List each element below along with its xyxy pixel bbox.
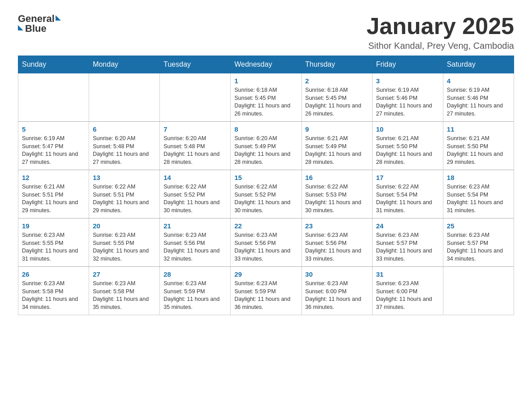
table-row: 24Sunrise: 6:23 AMSunset: 5:57 PMDayligh… <box>372 218 443 267</box>
header-sunday: Sunday <box>18 56 89 73</box>
table-row <box>18 73 89 122</box>
table-row: 28Sunrise: 6:23 AMSunset: 5:59 PMDayligh… <box>160 267 231 315</box>
day-number: 9 <box>305 125 369 133</box>
day-number: 23 <box>305 222 369 230</box>
table-row <box>89 73 160 122</box>
header-saturday: Saturday <box>443 56 514 73</box>
title-section: January 2025 Sithor Kandal, Prey Veng, C… <box>366 13 514 51</box>
table-row: 31Sunrise: 6:23 AMSunset: 6:00 PMDayligh… <box>372 267 443 315</box>
day-number: 22 <box>234 222 297 230</box>
day-info: Sunrise: 6:20 AMSunset: 5:48 PMDaylight:… <box>93 135 156 166</box>
table-row: 16Sunrise: 6:22 AMSunset: 5:53 PMDayligh… <box>301 170 372 218</box>
table-row: 15Sunrise: 6:22 AMSunset: 5:52 PMDayligh… <box>231 170 301 218</box>
day-info: Sunrise: 6:23 AMSunset: 5:57 PMDaylight:… <box>447 231 510 263</box>
day-number: 17 <box>376 174 439 181</box>
table-row: 22Sunrise: 6:23 AMSunset: 5:56 PMDayligh… <box>231 218 301 267</box>
table-row <box>443 267 514 315</box>
table-row: 12Sunrise: 6:21 AMSunset: 5:51 PMDayligh… <box>18 170 89 218</box>
day-info: Sunrise: 6:23 AMSunset: 5:56 PMDaylight:… <box>163 231 227 263</box>
day-number: 13 <box>93 174 156 181</box>
day-info: Sunrise: 6:22 AMSunset: 5:52 PMDaylight:… <box>234 183 297 214</box>
day-number: 27 <box>93 270 156 278</box>
day-info: Sunrise: 6:21 AMSunset: 5:51 PMDaylight:… <box>22 183 85 214</box>
day-number: 7 <box>163 125 227 133</box>
calendar-body: 1Sunrise: 6:18 AMSunset: 5:45 PMDaylight… <box>18 73 514 315</box>
table-row: 13Sunrise: 6:22 AMSunset: 5:51 PMDayligh… <box>89 170 160 218</box>
table-row: 7Sunrise: 6:20 AMSunset: 5:48 PMDaylight… <box>160 122 231 170</box>
calendar-week-row: 12Sunrise: 6:21 AMSunset: 5:51 PMDayligh… <box>18 170 514 218</box>
day-number: 25 <box>447 222 510 230</box>
day-number: 5 <box>22 125 85 133</box>
day-info: Sunrise: 6:18 AMSunset: 5:45 PMDaylight:… <box>305 86 369 118</box>
day-number: 31 <box>376 270 439 278</box>
day-info: Sunrise: 6:21 AMSunset: 5:50 PMDaylight:… <box>447 135 510 166</box>
day-info: Sunrise: 6:18 AMSunset: 5:45 PMDaylight:… <box>234 86 297 118</box>
day-number: 30 <box>305 270 369 278</box>
day-number: 10 <box>376 125 439 133</box>
day-number: 2 <box>305 77 369 85</box>
day-number: 26 <box>22 270 85 278</box>
location: Sithor Kandal, Prey Veng, Cambodia <box>366 41 514 51</box>
day-info: Sunrise: 6:23 AMSunset: 5:55 PMDaylight:… <box>93 231 156 263</box>
month-title: January 2025 <box>366 13 514 39</box>
day-number: 18 <box>447 174 510 181</box>
day-number: 16 <box>305 174 369 181</box>
day-info: Sunrise: 6:20 AMSunset: 5:49 PMDaylight:… <box>234 135 297 166</box>
header-thursday: Thursday <box>301 56 372 73</box>
table-row: 8Sunrise: 6:20 AMSunset: 5:49 PMDaylight… <box>231 122 301 170</box>
day-number: 29 <box>234 270 297 278</box>
calendar-week-row: 19Sunrise: 6:23 AMSunset: 5:55 PMDayligh… <box>18 218 514 267</box>
day-number: 3 <box>376 77 439 85</box>
calendar-header: Sunday Monday Tuesday Wednesday Thursday… <box>18 56 514 73</box>
day-number: 14 <box>163 174 227 181</box>
day-number: 19 <box>22 222 85 230</box>
day-number: 15 <box>234 174 297 181</box>
header-tuesday: Tuesday <box>160 56 231 73</box>
day-info: Sunrise: 6:23 AMSunset: 5:58 PMDaylight:… <box>22 280 85 311</box>
day-number: 21 <box>163 222 227 230</box>
table-row: 20Sunrise: 6:23 AMSunset: 5:55 PMDayligh… <box>89 218 160 267</box>
day-info: Sunrise: 6:22 AMSunset: 5:54 PMDaylight:… <box>376 183 439 214</box>
day-info: Sunrise: 6:22 AMSunset: 5:52 PMDaylight:… <box>163 183 227 214</box>
calendar-table: Sunday Monday Tuesday Wednesday Thursday… <box>18 56 514 315</box>
table-row: 11Sunrise: 6:21 AMSunset: 5:50 PMDayligh… <box>443 122 514 170</box>
table-row: 1Sunrise: 6:18 AMSunset: 5:45 PMDaylight… <box>231 73 301 122</box>
day-number: 1 <box>234 77 297 85</box>
day-info: Sunrise: 6:22 AMSunset: 5:53 PMDaylight:… <box>305 183 369 214</box>
table-row: 19Sunrise: 6:23 AMSunset: 5:55 PMDayligh… <box>18 218 89 267</box>
day-info: Sunrise: 6:23 AMSunset: 5:58 PMDaylight:… <box>93 280 156 311</box>
day-info: Sunrise: 6:23 AMSunset: 5:54 PMDaylight:… <box>447 183 510 214</box>
table-row: 4Sunrise: 6:19 AMSunset: 5:46 PMDaylight… <box>443 73 514 122</box>
table-row: 21Sunrise: 6:23 AMSunset: 5:56 PMDayligh… <box>160 218 231 267</box>
day-info: Sunrise: 6:21 AMSunset: 5:49 PMDaylight:… <box>305 135 369 166</box>
table-row: 18Sunrise: 6:23 AMSunset: 5:54 PMDayligh… <box>443 170 514 218</box>
page-header: General Blue January 2025 Sithor Kandal,… <box>18 13 514 51</box>
table-row: 9Sunrise: 6:21 AMSunset: 5:49 PMDaylight… <box>301 122 372 170</box>
day-number: 24 <box>376 222 439 230</box>
table-row: 17Sunrise: 6:22 AMSunset: 5:54 PMDayligh… <box>372 170 443 218</box>
day-number: 4 <box>447 77 510 85</box>
header-monday: Monday <box>89 56 160 73</box>
day-info: Sunrise: 6:21 AMSunset: 5:50 PMDaylight:… <box>376 135 439 166</box>
table-row: 27Sunrise: 6:23 AMSunset: 5:58 PMDayligh… <box>89 267 160 315</box>
table-row: 30Sunrise: 6:23 AMSunset: 6:00 PMDayligh… <box>301 267 372 315</box>
table-row: 2Sunrise: 6:18 AMSunset: 5:45 PMDaylight… <box>301 73 372 122</box>
day-info: Sunrise: 6:23 AMSunset: 6:00 PMDaylight:… <box>376 280 439 311</box>
day-info: Sunrise: 6:23 AMSunset: 5:59 PMDaylight:… <box>234 280 297 311</box>
table-row: 23Sunrise: 6:23 AMSunset: 5:56 PMDayligh… <box>301 218 372 267</box>
table-row: 5Sunrise: 6:19 AMSunset: 5:47 PMDaylight… <box>18 122 89 170</box>
day-number: 28 <box>163 270 227 278</box>
day-info: Sunrise: 6:23 AMSunset: 5:57 PMDaylight:… <box>376 231 439 263</box>
day-number: 11 <box>447 125 510 133</box>
days-of-week-row: Sunday Monday Tuesday Wednesday Thursday… <box>18 56 514 73</box>
logo: General Blue <box>18 13 61 34</box>
logo-triangle2-icon <box>18 25 23 30</box>
day-number: 6 <box>93 125 156 133</box>
day-info: Sunrise: 6:19 AMSunset: 5:46 PMDaylight:… <box>376 86 439 118</box>
day-info: Sunrise: 6:22 AMSunset: 5:51 PMDaylight:… <box>93 183 156 214</box>
table-row: 14Sunrise: 6:22 AMSunset: 5:52 PMDayligh… <box>160 170 231 218</box>
day-info: Sunrise: 6:23 AMSunset: 5:56 PMDaylight:… <box>234 231 297 263</box>
day-info: Sunrise: 6:23 AMSunset: 5:55 PMDaylight:… <box>22 231 85 263</box>
day-number: 12 <box>22 174 85 181</box>
calendar-week-row: 26Sunrise: 6:23 AMSunset: 5:58 PMDayligh… <box>18 267 514 315</box>
